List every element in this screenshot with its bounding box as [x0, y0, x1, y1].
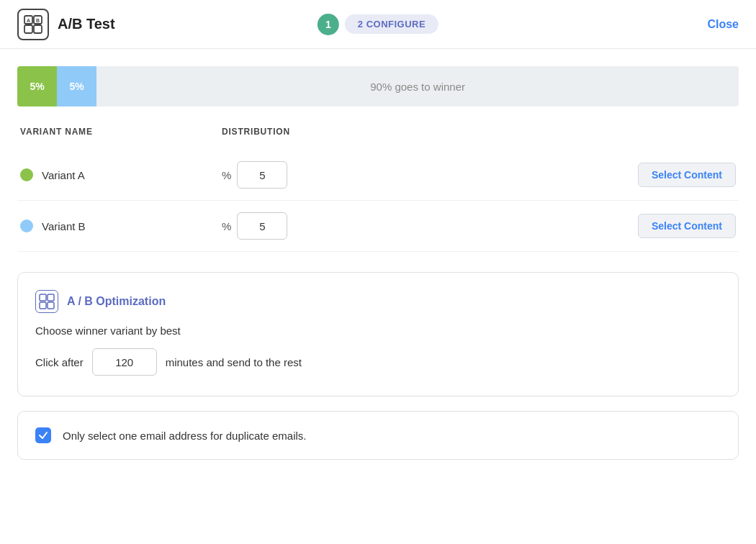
optimization-card: A / B Optimization Choose winner variant… — [17, 272, 739, 396]
variant-b-dist-wrap: % — [222, 212, 337, 240]
click-after-label: Click after — [35, 356, 84, 368]
variant-b-pct-symbol: % — [222, 220, 231, 232]
variant-b-dot — [20, 219, 33, 232]
step1-circle: 1 — [318, 14, 339, 35]
column-header-name: VARIANT NAME — [20, 127, 222, 137]
ab-test-logo-icon: A B — [17, 9, 49, 40]
checkbox-card: Only select one email address for duplic… — [17, 411, 739, 460]
variant-b-select-content-button[interactable]: Select Content — [638, 214, 736, 238]
minutes-input[interactable] — [92, 348, 157, 376]
svg-rect-9 — [48, 302, 54, 309]
variant-a-dist-wrap: % — [222, 161, 337, 189]
variant-a-name: Variant A — [42, 169, 222, 181]
dist-bar-winner: 90% goes to winner — [96, 66, 739, 106]
svg-rect-7 — [48, 294, 54, 301]
close-button[interactable]: Close — [707, 18, 739, 31]
svg-rect-2 — [24, 25, 32, 33]
svg-rect-6 — [40, 294, 46, 301]
variant-a-select-content-button[interactable]: Select Content — [638, 163, 736, 187]
optimization-title: A / B Optimization — [67, 295, 166, 308]
distribution-bar: 5% 5% 90% goes to winner — [17, 66, 739, 106]
variant-table-header: VARIANT NAME DISTRIBUTION — [17, 127, 739, 137]
variant-b-input[interactable] — [237, 212, 287, 240]
svg-text:A: A — [27, 18, 30, 23]
header: A B A/B Test 1 2 CONFIGURE Close — [0, 0, 756, 49]
duplicate-email-checkbox[interactable] — [35, 427, 51, 443]
variant-a-pct-symbol: % — [222, 169, 231, 181]
variant-a-dot — [20, 168, 33, 181]
optimization-card-header: A / B Optimization — [35, 290, 721, 313]
svg-rect-3 — [34, 25, 42, 33]
main-content: 5% 5% 90% goes to winner VARIANT NAME DI… — [0, 49, 756, 477]
variant-b-name: Variant B — [42, 220, 222, 232]
optimization-description: Choose winner variant by best — [35, 325, 721, 337]
optimization-icon — [35, 290, 58, 313]
optimization-row: Click after minutes and send to the rest — [35, 348, 721, 376]
dist-bar-variant-b: 5% — [57, 66, 96, 106]
checkbox-label: Only select one email address for duplic… — [63, 430, 307, 442]
variant-b-row: Variant B % Select Content — [17, 201, 739, 252]
header-logo: A B A/B Test — [17, 9, 115, 40]
dist-bar-variant-a: 5% — [17, 66, 57, 106]
svg-text:B: B — [36, 18, 40, 23]
variant-a-row: Variant A % Select Content — [17, 150, 739, 201]
variant-a-input[interactable] — [237, 161, 287, 189]
page-title: A/B Test — [58, 16, 115, 32]
stepper: 1 2 CONFIGURE — [318, 14, 438, 35]
column-header-distribution: DISTRIBUTION — [222, 127, 366, 137]
step2-label: 2 CONFIGURE — [345, 14, 438, 34]
rest-label: minutes and send to the rest — [166, 356, 302, 368]
svg-rect-8 — [40, 302, 46, 309]
